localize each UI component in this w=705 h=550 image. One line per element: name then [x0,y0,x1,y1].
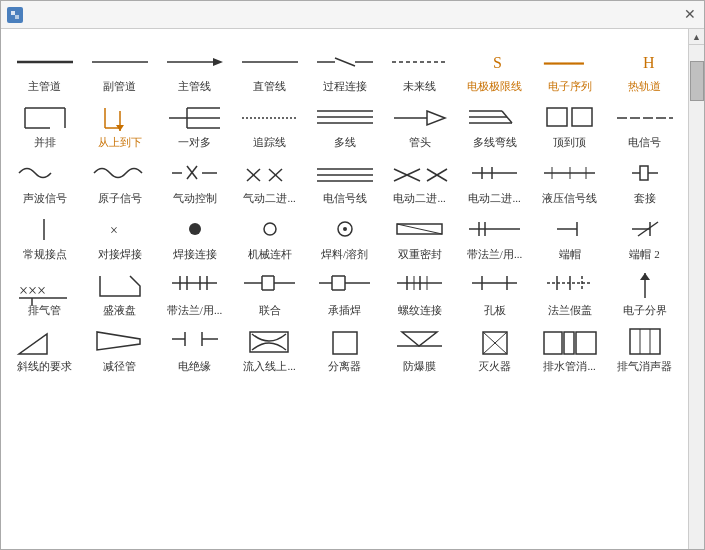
grid-item-36[interactable]: 端帽 2 [607,207,682,263]
grid-item-44[interactable]: 法兰假盖 [532,263,607,319]
symbol-label-27: 套接 [634,192,656,205]
grid-item-30[interactable]: 焊接连接 [157,207,232,263]
grid-item-17[interactable]: 顶到顶 [532,95,607,151]
grid-item-12[interactable]: 一对多 [157,95,232,151]
svg-rect-132 [564,332,574,354]
grid-item-10[interactable]: 并排 [7,95,82,151]
symbol-icon-21 [159,158,230,190]
grid-item-39[interactable]: 带法兰/用... [157,263,232,319]
grid-item-40[interactable]: 联合 [232,263,307,319]
grid-item-29[interactable]: ×对接焊接 [82,207,157,263]
grid-item-14[interactable]: 多线 [307,95,382,151]
symbol-icon-5 [309,46,380,78]
symbol-label-12: 一对多 [178,136,211,149]
symbol-icon-35 [534,214,605,246]
svg-rect-124 [250,332,288,352]
symbol-label-18: 电信号 [628,136,661,149]
close-button[interactable]: ✕ [682,7,698,23]
symbol-icon-41 [309,270,380,302]
grid-item-1[interactable]: 主管道 [7,39,82,95]
grid-item-48[interactable]: 电绝缘 [157,319,232,375]
grid-item-2[interactable]: 副管道 [82,39,157,95]
titlebar-left [7,7,29,23]
symbol-icon-16 [459,102,530,134]
grid-item-25[interactable]: 电动二进... [457,151,532,207]
symbol-icon-9: H [609,46,680,78]
grid-item-3[interactable]: 主管线 [157,39,232,95]
grid-item-31[interactable]: 机械连杆 [232,207,307,263]
svg-rect-131 [544,332,562,354]
grid-item-28[interactable]: 常规接点 [7,207,82,263]
symbol-icon-6 [384,46,455,78]
scrollbar[interactable]: ▲ [688,29,704,549]
grid-item-9[interactable]: H热轨道 [607,39,682,95]
grid-item-4[interactable]: 直管线 [232,39,307,95]
svg-text:×: × [110,223,118,238]
symbol-icon-3 [159,46,230,78]
grid-item-34[interactable]: 带法兰/用... [457,207,532,263]
symbol-icon-25 [459,158,530,190]
symbol-label-3: 主管线 [178,80,211,93]
grid-item-45[interactable]: 电子分界 [607,263,682,319]
grid-item-23[interactable]: 电信号线 [307,151,382,207]
grid-item-8[interactable]: ━━━━━电子序列 [532,39,607,95]
grid-item-22[interactable]: 气动二进... [232,151,307,207]
symbol-label-45: 电子分界 [623,304,667,317]
symbol-icon-54 [609,326,680,358]
symbol-label-7: 电极极限线 [467,80,522,93]
grid-item-50[interactable]: 分离器 [307,319,382,375]
grid-item-38[interactable]: 盛液盘 [82,263,157,319]
scroll-up[interactable]: ▲ [689,29,705,45]
grid-item-16[interactable]: 多线弯线 [457,95,532,151]
symbol-label-53: 排水管消... [543,360,595,373]
symbol-label-19: 声波信号 [23,192,67,205]
grid-item-7[interactable]: S电极极限线 [457,39,532,95]
grid-item-35[interactable]: 端帽 [532,207,607,263]
symbol-label-34: 带法兰/用... [467,248,522,261]
grid-item-11[interactable]: 从上到下 [82,95,157,151]
grid-item-32[interactable]: 焊料/溶剂 [307,207,382,263]
symbol-label-46: 斜线的要求 [17,360,72,373]
symbol-icon-34 [459,214,530,246]
grid-item-18[interactable]: 电信号 [607,95,682,151]
symbol-icon-40 [234,270,305,302]
symbol-icon-49 [234,326,305,358]
grid-item-5[interactable]: 过程连接 [307,39,382,95]
grid-item-6[interactable]: 未来线 [382,39,457,95]
symbol-label-32: 焊料/溶剂 [321,248,368,261]
symbol-icon-12 [159,102,230,134]
grid-item-20[interactable]: 原子信号 [82,151,157,207]
grid-item-21[interactable]: 气动控制 [157,151,232,207]
grid-item-13[interactable]: 追踪线 [232,95,307,151]
grid-item-26[interactable]: 液压信号线 [532,151,607,207]
grid-item-54[interactable]: 排气消声器 [607,319,682,375]
symbol-grid: 主管道副管道主管线直管线过程连接未来线S电极极限线━━━━━电子序列H热轨道并排… [1,29,688,549]
grid-item-33[interactable]: 双重密封 [382,207,457,263]
grid-item-49[interactable]: 流入线上... [232,319,307,375]
grid-item-46[interactable]: 斜线的要求 [7,319,82,375]
grid-item-52[interactable]: 灭火器 [457,319,532,375]
symbol-label-42: 螺纹连接 [398,304,442,317]
grid-item-37[interactable]: ×××排气管 [7,263,82,319]
grid-item-47[interactable]: 减径管 [82,319,157,375]
symbol-icon-27 [609,158,680,190]
grid-item-42[interactable]: 螺纹连接 [382,263,457,319]
symbol-label-28: 常规接点 [23,248,67,261]
grid-item-43[interactable]: 孔板 [457,263,532,319]
grid-item-41[interactable]: 承插焊 [307,263,382,319]
svg-line-74 [397,224,442,234]
symbol-label-29: 对接焊接 [98,248,142,261]
symbol-label-20: 原子信号 [98,192,142,205]
symbol-label-13: 追踪线 [253,136,286,149]
scroll-thumb[interactable] [690,61,704,101]
svg-text:━━━━━: ━━━━━ [543,56,584,71]
grid-item-24[interactable]: 电动二进... [382,151,457,207]
symbol-label-14: 多线 [334,136,356,149]
symbol-label-1: 主管道 [28,80,61,93]
grid-item-53[interactable]: 排水管消... [532,319,607,375]
grid-item-15[interactable]: 管头 [382,95,457,151]
symbol-label-33: 双重密封 [398,248,442,261]
grid-item-51[interactable]: 防爆膜 [382,319,457,375]
grid-item-27[interactable]: 套接 [607,151,682,207]
grid-item-19[interactable]: 声波信号 [7,151,82,207]
